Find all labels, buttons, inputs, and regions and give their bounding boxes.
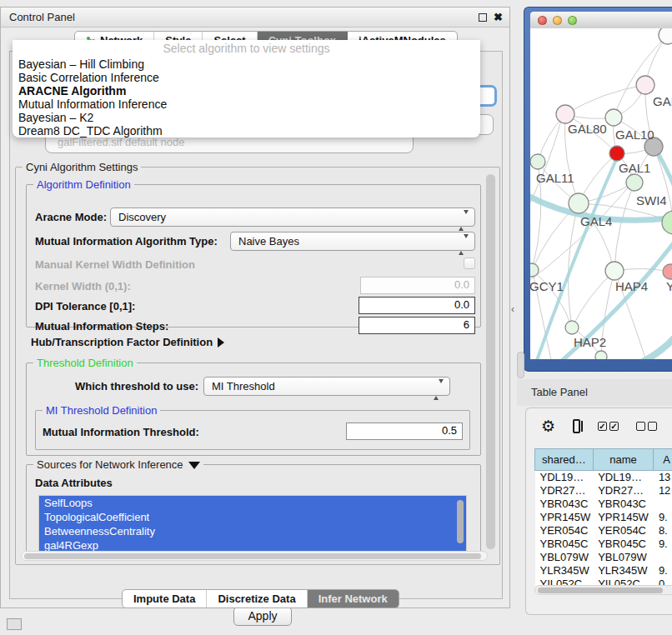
table-horizontal-scrollbar[interactable] [534, 585, 672, 595]
network-node-GAL11[interactable] [530, 154, 545, 169]
select-all-icon[interactable]: ✓✓ [598, 422, 619, 431]
settings-group-title: Cyni Algorithm Settings [23, 161, 141, 173]
algorithm-dropdown-placeholder: Select algorithm to view settings [13, 40, 480, 58]
network-window-titlebar[interactable] [530, 12, 672, 28]
network-canvas[interactable]: GALGAL80GAL10GAL1GAL11GAL4SWI4GCY1HAP4YH… [530, 28, 672, 359]
column-header[interactable]: shared… [535, 449, 594, 471]
expand-right-icon [218, 338, 224, 348]
network-node-label: GAL4 [580, 214, 612, 228]
table-row[interactable]: YDL19…YDL19…13 [535, 471, 672, 484]
table-row[interactable]: YDR27…YDR27…12 [535, 484, 672, 498]
algorithm-dropdown-list: Select algorithm to view settings Bayesi… [13, 40, 480, 138]
table-row[interactable]: YBR045CYBR045C9. [535, 538, 672, 551]
mi-steps-field[interactable]: 6 [359, 317, 475, 334]
close-icon[interactable]: ✖ [494, 13, 503, 22]
algorithm-option[interactable]: Mutual Information Inference [13, 98, 480, 111]
table-row[interactable]: YLR345WYLR345W9. [535, 564, 672, 578]
column-header[interactable]: name [593, 449, 654, 471]
data-attributes-list: SelfLoopsTopologicalCoefficientBetweenne… [38, 495, 467, 555]
collapse-left-icon[interactable]: ‹ [511, 303, 514, 315]
network-edge[interactable] [565, 85, 645, 114]
window-minimize-button[interactable] [553, 16, 562, 25]
table-panel: ⚙ ✓✓ shared…nameAYDL19…YDL19…13YDR27…YDR… [525, 408, 672, 615]
table-toolbar: ⚙ ✓✓ [526, 408, 672, 443]
network-node-Y[interactable] [663, 264, 672, 279]
tab-infer-network[interactable]: Infer Network [308, 590, 399, 608]
control-panel-titlebar: Control Panel ✖ [1, 8, 509, 28]
network-node-SWI4[interactable] [662, 211, 672, 234]
table-row[interactable]: YBR043CYBR043C [535, 498, 672, 511]
aracne-mode-combobox[interactable]: Discovery [110, 208, 475, 227]
network-node-GAL1[interactable] [609, 146, 624, 161]
network-edge[interactable] [614, 182, 634, 271]
which-threshold-combobox[interactable]: MI Threshold [203, 377, 450, 396]
network-node-HAP2[interactable] [565, 321, 579, 334]
threshold-definition-group: Threshold Definition Which threshold to … [26, 362, 481, 456]
network-svg: GALGAL80GAL10GAL1GAL11GAL4SWI4GCY1HAP4YH… [530, 28, 672, 359]
table-row[interactable]: YER054CYER054C8. [535, 524, 672, 538]
node-table: shared…nameAYDL19…YDL19…13YDR27…YDR27…12… [534, 448, 672, 591]
mi-threshold-field[interactable]: 0.5 [346, 422, 463, 440]
window-zoom-button[interactable] [568, 16, 577, 25]
network-node-GAL4[interactable] [569, 193, 589, 213]
network-node-grn1[interactable] [626, 174, 643, 191]
network-node-label: GAL10 [615, 128, 654, 142]
gear-icon[interactable]: ⚙ [541, 418, 555, 434]
collapse-down-icon [188, 462, 200, 469]
table-row[interactable]: YBL079WYBL079W [535, 551, 672, 564]
column-header[interactable]: A [654, 449, 672, 471]
settings-vertical-scrollbar[interactable] [486, 174, 495, 549]
table-panel-titlebar: Table Panel [517, 379, 672, 406]
hub-definition-disclosure[interactable]: Hub/Transcription Factor Definition [31, 336, 224, 348]
apply-button[interactable]: Apply [233, 607, 292, 626]
dpi-tolerance-field[interactable]: 0.0 [359, 297, 475, 314]
data-attribute-item[interactable]: BetweennessCentrality [39, 524, 466, 538]
collapsed-panel-button[interactable] [7, 618, 22, 630]
kernel-width-field[interactable]: 0.0 [360, 277, 475, 294]
dpi-tolerance-label: DPI Tolerance [0,1]: [35, 300, 135, 312]
network-node-label: GAL11 [536, 171, 574, 185]
network-node-GAL80[interactable] [556, 105, 574, 123]
table-row[interactable]: YPR145WYPR145W9. [535, 511, 672, 524]
mi-type-combobox[interactable]: Naive Bayes [230, 232, 475, 251]
mi-steps-label: Mutual Information Steps: [35, 320, 168, 332]
data-attribute-item[interactable]: SelfLoops [39, 496, 466, 510]
network-node-bot1[interactable] [595, 351, 607, 359]
algorithm-definition-title: Algorithm Definition [33, 178, 134, 191]
deselect-all-icon[interactable] [636, 422, 657, 431]
manual-kernel-label: Manual Kernel Width Definition [35, 258, 195, 271]
network-node-label: HAP2 [574, 335, 606, 349]
network-highlighted-edge[interactable] [607, 327, 672, 359]
combobox-arrows-icon [459, 212, 469, 229]
algorithm-option[interactable]: Dream8 DC_TDC Algorithm [13, 124, 480, 138]
algorithm-option[interactable]: Bayesian – Hill Climbing [13, 58, 480, 71]
attributes-scrollbar-thumb[interactable] [457, 500, 464, 543]
network-node-label: SWI4 [636, 193, 667, 208]
network-node-GAL10[interactable] [605, 109, 622, 126]
network-node-label: HAP4 [615, 279, 648, 293]
algorithm-option[interactable]: ARACNE Algorithm [13, 84, 480, 98]
algorithm-list: Bayesian – Hill ClimbingBasic Correlatio… [13, 58, 480, 138]
tab-discretize-data[interactable]: Discretize Data [207, 590, 307, 608]
split-view-icon[interactable] [573, 419, 580, 433]
bottom-tabbar: Impute Data Discretize Data Infer Networ… [122, 589, 399, 608]
settings-horizontal-scrollbar[interactable] [21, 551, 488, 561]
threshold-definition-title: Threshold Definition [33, 357, 137, 369]
network-view-window: GALGAL80GAL10GAL1GAL11GAL4SWI4GCY1HAP4YH… [524, 7, 672, 372]
algorithm-option[interactable]: Bayesian – K2 [13, 111, 480, 124]
panel-splitter-handle[interactable] [517, 352, 524, 378]
manual-kernel-checkbox[interactable] [464, 258, 475, 269]
network-node-HAP4[interactable] [605, 262, 624, 280]
algorithm-option[interactable]: Basic Correlation Inference [13, 71, 480, 84]
data-attribute-item[interactable]: TopologicalCoefficient [39, 510, 466, 524]
cyni-algorithm-settings-group: Cyni Algorithm Settings Algorithm Defini… [15, 167, 500, 565]
mi-threshold-label: Mutual Information Threshold: [43, 426, 199, 438]
table-panel-title: Table Panel [531, 386, 588, 398]
network-node-GAL[interactable] [636, 76, 654, 94]
tab-impute-data[interactable]: Impute Data [123, 590, 207, 608]
network-node-GCY1[interactable] [530, 263, 539, 277]
aracne-mode-label: Aracne Mode: [35, 211, 107, 223]
network-node-label: Y [666, 279, 672, 293]
float-panel-icon[interactable] [479, 13, 487, 22]
window-close-button[interactable] [538, 16, 547, 25]
